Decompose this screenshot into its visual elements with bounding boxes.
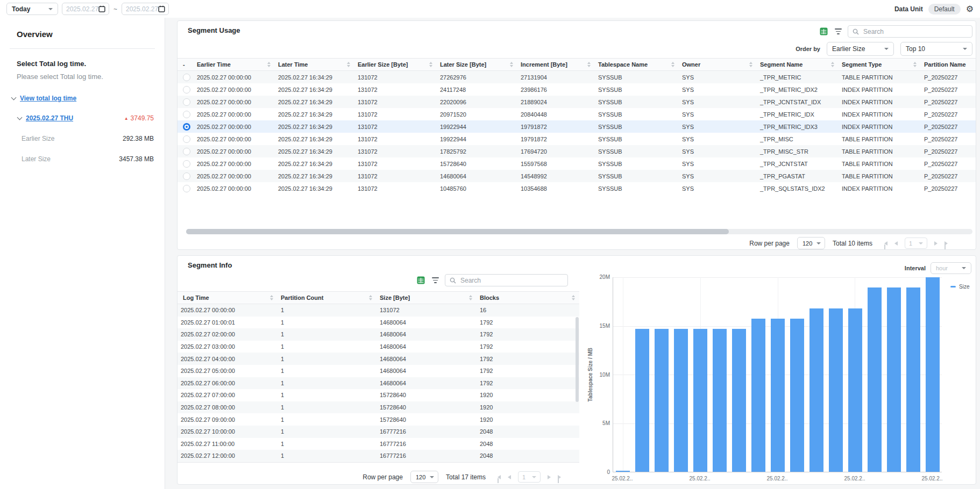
table-row[interactable]: 2025.02.27 07:00:001157286401920 (177, 389, 579, 401)
table-row[interactable]: 2025.02.27 00:00:002025.02.27 16:34:2913… (177, 96, 976, 108)
table-row[interactable]: 2025.02.27 04:00:001146800641792 (177, 353, 579, 365)
row-radio[interactable] (183, 86, 190, 94)
column-header-increment-byte[interactable]: Increment [Byte] (517, 59, 595, 70)
table-row[interactable]: 2025.02.27 00:00:002025.02.27 16:34:2913… (177, 157, 976, 170)
filter-icon[interactable] (430, 276, 440, 285)
calendar-icon[interactable] (158, 5, 165, 12)
cell: 131072 (354, 74, 437, 81)
table-row[interactable]: 2025.02.27 00:00:002025.02.27 16:34:2913… (177, 120, 976, 133)
first-page-button[interactable] (498, 475, 501, 479)
table-row[interactable]: 2025.02.27 00:00:002025.02.27 16:34:2913… (177, 83, 976, 96)
table-row[interactable]: 2025.02.27 02:00:001146800641792 (177, 328, 579, 341)
table-row[interactable]: 2025.02.27 00:00:002025.02.27 16:34:2913… (177, 145, 976, 157)
day-log-link[interactable]: 2025.02.27 THU (26, 114, 73, 122)
row-radio[interactable] (183, 111, 190, 118)
row-radio[interactable] (183, 148, 190, 155)
table-row[interactable]: 2025.02.27 00:00:002025.02.27 16:34:2913… (177, 133, 976, 145)
date-to-input[interactable]: 2025.02.27 (122, 3, 169, 15)
row-radio[interactable] (183, 123, 190, 131)
horizontal-scrollbar[interactable] (186, 229, 972, 234)
sort-icon[interactable] (587, 62, 591, 68)
search-input[interactable] (862, 27, 968, 36)
column-header-owner[interactable]: Owner (679, 59, 757, 70)
table-row[interactable]: 2025.02.27 10:00:001167772162048 (177, 426, 579, 438)
search-input[interactable] (459, 276, 563, 285)
column-header-earlier-size-byte[interactable]: Earlier Size [Byte] (354, 59, 437, 70)
column-header-size-byte[interactable]: Size [Byte] (377, 292, 477, 304)
table-row[interactable]: 2025.02.27 00:00:002025.02.27 16:34:2913… (177, 108, 976, 120)
vertical-scrollbar[interactable] (576, 317, 579, 402)
prev-page-button[interactable] (894, 241, 898, 246)
table-row[interactable]: 2025.02.27 09:00:001157286401920 (177, 413, 579, 426)
table-row[interactable]: 2025.02.27 12:00:001167772162048 (177, 450, 579, 462)
sort-icon[interactable] (429, 62, 432, 68)
row-radio[interactable] (183, 98, 190, 106)
chevron-down-icon[interactable] (11, 95, 17, 100)
sort-icon[interactable] (572, 295, 575, 301)
table-row[interactable]: 2025.02.27 05:00:001146800641792 (177, 365, 579, 377)
cell: TABLE PARTITION (839, 173, 921, 179)
column-header-tablespace-name[interactable]: Tablespace Name (595, 59, 679, 70)
sort-icon[interactable] (347, 62, 350, 68)
cell: 1 (278, 404, 377, 411)
column-header-segment-name[interactable]: Segment Name (757, 59, 839, 70)
export-excel-icon[interactable] (416, 276, 425, 285)
prev-page-button[interactable] (508, 475, 511, 479)
scrollbar-thumb[interactable] (186, 229, 729, 234)
row-radio[interactable] (183, 74, 190, 81)
gear-icon[interactable]: ⚙ (966, 5, 974, 13)
cell: 2025.02.27 10:00:00 (177, 428, 278, 435)
row-radio[interactable] (183, 135, 190, 143)
sort-icon[interactable] (469, 295, 472, 301)
chevron-down-icon (884, 48, 889, 50)
page-select[interactable]: 1 (905, 238, 927, 249)
segment-info-search[interactable] (445, 274, 568, 286)
column-header-partition-count[interactable]: Partition Count (278, 292, 377, 304)
sort-icon[interactable] (270, 295, 273, 301)
rows-per-page-select[interactable]: 120 (410, 471, 438, 483)
sort-icon[interactable] (749, 62, 752, 68)
table-row[interactable]: 2025.02.27 11:00:001167772162048 (177, 438, 579, 450)
page-select[interactable]: 1 (518, 471, 541, 483)
calendar-icon[interactable] (98, 5, 105, 12)
chevron-down-icon[interactable] (17, 114, 23, 120)
first-page-button[interactable] (884, 241, 887, 246)
sort-icon[interactable] (369, 295, 372, 301)
next-page-button[interactable] (548, 475, 551, 479)
row-radio[interactable] (183, 160, 190, 168)
data-unit-badge[interactable]: Default (928, 4, 961, 15)
last-page-button[interactable] (945, 241, 948, 246)
table-row[interactable]: 2025.02.27 00:00:002025.02.27 16:34:2913… (177, 170, 976, 182)
order-by-select[interactable]: Earlier Size (827, 42, 894, 56)
column-header-log-time[interactable]: Log Time (177, 292, 278, 304)
sort-icon[interactable] (913, 62, 917, 68)
last-page-button[interactable] (558, 475, 561, 479)
next-page-button[interactable] (934, 241, 938, 246)
table-row[interactable]: 2025.02.27 06:00:001146800641792 (177, 377, 579, 390)
sort-icon[interactable] (267, 62, 271, 68)
top-n-select[interactable]: Top 10 (900, 42, 972, 56)
table-row[interactable]: 2025.02.27 03:00:001146800641792 (177, 341, 579, 353)
column-header-segment-type[interactable]: Segment Type (839, 59, 921, 70)
column-header-blocks[interactable]: Blocks (477, 292, 579, 304)
table-row[interactable]: 2025.02.27 00:00:002025.02.27 16:34:2913… (177, 182, 976, 195)
date-preset-select[interactable]: Today (6, 3, 58, 15)
filter-icon[interactable] (833, 27, 843, 37)
sort-icon[interactable] (671, 62, 674, 68)
segment-usage-search[interactable] (848, 25, 972, 38)
sort-icon[interactable] (831, 62, 834, 68)
table-row[interactable]: 2025.02.27 00:00:00113107216 (177, 304, 579, 317)
table-row[interactable]: 2025.02.27 00:00:002025.02.27 16:34:2913… (177, 71, 976, 83)
rows-per-page-select[interactable]: 120 (797, 237, 825, 249)
column-header-earlier-time[interactable]: Earlier Time (194, 59, 275, 70)
view-total-log-time-link[interactable]: View total log time (20, 95, 76, 102)
table-row[interactable]: 2025.02.27 01:00:011146800641792 (177, 317, 579, 329)
row-radio[interactable] (183, 172, 190, 180)
sort-icon[interactable] (510, 62, 513, 68)
date-from-input[interactable]: 2025.02.27 (62, 3, 109, 15)
export-excel-icon[interactable] (819, 27, 828, 37)
row-radio[interactable] (183, 185, 190, 192)
column-header-later-time[interactable]: Later Time (275, 59, 354, 70)
table-row[interactable]: 2025.02.27 08:00:001157286401920 (177, 401, 579, 414)
column-header-later-size-byte[interactable]: Later Size [Byte] (437, 59, 517, 70)
